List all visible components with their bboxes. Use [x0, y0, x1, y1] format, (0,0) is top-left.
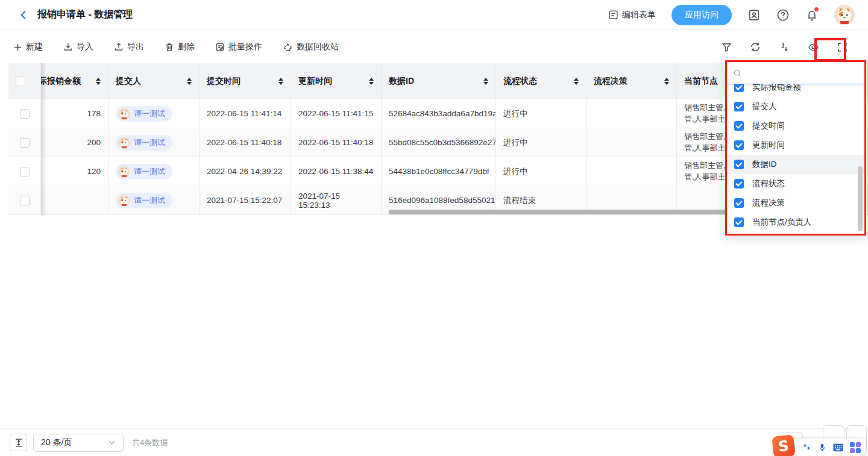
- cell-status: 进行中: [496, 99, 587, 128]
- column-visibility-eye-icon[interactable]: [803, 37, 823, 57]
- cell-amount: [41, 186, 108, 214]
- ime-keyboard-icon[interactable]: [833, 443, 843, 452]
- cell-submit_time: 2022-04-26 14:39:22: [200, 157, 291, 186]
- column-header-data_id[interactable]: 数据ID: [382, 63, 496, 99]
- help-icon[interactable]: [776, 8, 790, 22]
- batch-operation-button[interactable]: 批量操作: [215, 42, 262, 52]
- row-checkbox[interactable]: [20, 196, 30, 205]
- submitter-name: 谭一测试: [134, 195, 165, 206]
- checked-checkbox[interactable]: [734, 217, 744, 227]
- sort-arrows-icon[interactable]: [187, 78, 192, 85]
- checked-checkbox[interactable]: [734, 140, 744, 150]
- row-checkbox-cell: [8, 157, 41, 186]
- cell-submit_time: 2021-07-15 15:22:07: [200, 186, 291, 214]
- panel-item-6[interactable]: 流程决策: [727, 193, 864, 213]
- page-title: 报销申请单 - 数据管理: [37, 8, 133, 21]
- sort-arrows-icon[interactable]: [483, 78, 488, 85]
- delete-button[interactable]: 删除: [165, 42, 195, 52]
- row-checkbox[interactable]: [20, 138, 30, 148]
- submitter-pill[interactable]: 谭一测试: [116, 164, 172, 180]
- panel-item-3[interactable]: 更新时间: [727, 136, 864, 155]
- recycle-icon: [283, 42, 293, 52]
- panel-item-7[interactable]: 当前节点/负责人: [727, 213, 864, 232]
- panel-search-box[interactable]: [727, 62, 864, 84]
- ime-voice-icon[interactable]: [818, 443, 826, 452]
- column-header-decision[interactable]: 流程决策: [587, 63, 677, 99]
- user-avatar[interactable]: [834, 5, 855, 25]
- import-button[interactable]: 导入: [63, 42, 93, 52]
- sort-arrows-icon[interactable]: [369, 78, 374, 85]
- panel-item-1[interactable]: 提交人: [727, 97, 864, 116]
- current-node-text: 销售部主管,管,人事部主: [684, 160, 726, 183]
- ime-apps-grid-icon[interactable]: [850, 442, 861, 453]
- app-access-button[interactable]: 应用访问: [671, 5, 732, 25]
- cell-data_id: 55bd08c55c0b3d5366892e27: [382, 128, 496, 157]
- recycle-bin-button[interactable]: 数据回收站: [283, 42, 339, 52]
- row-checkbox[interactable]: [20, 167, 30, 176]
- ime-punctuation-icon[interactable]: [802, 443, 811, 452]
- sort-arrows-icon[interactable]: [278, 78, 283, 85]
- checked-checkbox[interactable]: [734, 121, 744, 131]
- app-window: 报销申请单 - 数据管理 编辑表单 应用访问: [0, 0, 868, 456]
- cell-decision: [587, 157, 677, 186]
- sort-arrows-icon[interactable]: [664, 78, 669, 85]
- column-header-submit_time[interactable]: 提交时间: [200, 63, 291, 99]
- panel-item-5[interactable]: 流程状态: [727, 174, 864, 193]
- new-record-button[interactable]: 新建: [13, 42, 43, 52]
- column-header-label: 流程决策: [594, 76, 627, 87]
- page-size-select[interactable]: 20 条/页: [33, 434, 124, 452]
- cell-data_id: 52684ac843b3adda6a7bd19a: [382, 99, 496, 128]
- select-all-checkbox[interactable]: [16, 77, 25, 86]
- column-header-submitter[interactable]: 提交人: [108, 63, 200, 99]
- sort-arrows-icon[interactable]: [574, 78, 579, 85]
- column-header-label: 数据ID: [389, 76, 414, 87]
- column-header-status[interactable]: 流程状态: [496, 63, 587, 99]
- checked-checkbox[interactable]: [734, 198, 744, 208]
- cell-decision: [587, 128, 677, 157]
- cell-submitter: 谭一测试: [108, 128, 200, 157]
- checked-checkbox[interactable]: [734, 102, 744, 111]
- panel-item-label: 流程决策: [752, 198, 785, 208]
- sort-icon[interactable]: [774, 37, 794, 57]
- column-header-label: 提交人: [116, 76, 141, 87]
- top-header-bar: 报销申请单 - 数据管理 编辑表单 应用访问: [0, 0, 868, 30]
- export-button[interactable]: 导出: [114, 42, 144, 52]
- cell-amount: 120: [41, 157, 108, 186]
- row-checkbox-cell: [8, 186, 41, 214]
- panel-item-2[interactable]: 提交时间: [727, 116, 864, 136]
- export-icon: [114, 42, 124, 52]
- column-search-input[interactable]: [747, 69, 858, 78]
- notification-bell-icon[interactable]: [805, 8, 819, 22]
- submitter-pill[interactable]: 谭一测试: [116, 193, 172, 208]
- contacts-icon[interactable]: [747, 8, 761, 22]
- refresh-icon[interactable]: [745, 37, 766, 57]
- checked-checkbox[interactable]: [734, 179, 744, 189]
- panel-item-4[interactable]: 数据ID: [727, 155, 864, 174]
- cell-submitter: 谭一测试: [108, 157, 200, 186]
- column-header-label: 提交时间: [207, 76, 241, 87]
- row-checkbox[interactable]: [20, 109, 30, 119]
- fullscreen-icon[interactable]: [832, 37, 852, 57]
- select-all-cell: [8, 63, 41, 99]
- row-checkbox-cell: [8, 99, 41, 128]
- search-icon: [733, 69, 742, 78]
- submitter-pill[interactable]: 谭一测试: [116, 106, 172, 122]
- panel-scrollbar[interactable]: [858, 166, 863, 231]
- column-header-label: 更新时间: [298, 76, 332, 87]
- filter-icon[interactable]: [716, 37, 737, 57]
- sort-arrows-icon[interactable]: [96, 78, 101, 85]
- edit-form-button[interactable]: 编辑表单: [608, 10, 656, 20]
- column-header-amount[interactable]: 际报销金额: [41, 63, 108, 99]
- column-header-update_time[interactable]: 更新时间: [291, 63, 382, 99]
- row-height-button[interactable]: [10, 434, 27, 451]
- sogou-logo-icon[interactable]: S: [772, 434, 796, 456]
- cell-amount: 200: [41, 128, 108, 157]
- back-icon[interactable]: [18, 9, 30, 21]
- cell-update_time: 2022-06-15 11:41:15: [291, 99, 382, 128]
- checked-checkbox[interactable]: [734, 160, 744, 169]
- notification-dot: [814, 7, 819, 11]
- cell-update_time: 2022-06-15 11:38:44: [291, 157, 382, 186]
- submitter-pill[interactable]: 谭一测试: [116, 135, 172, 151]
- cell-status: 进行中: [496, 128, 587, 157]
- cell-update_time: 2022-06-15 11:40:18: [291, 128, 382, 157]
